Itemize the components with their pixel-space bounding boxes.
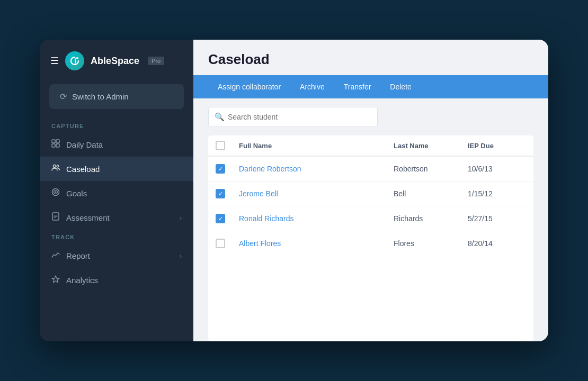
table-row: ✓ Jerome Bell Bell 1/15/12 — [208, 182, 533, 206]
sidebar-item-label: Assessment — [66, 213, 110, 222]
switch-to-admin-button[interactable]: ⟳ Switch to Admin — [49, 84, 184, 109]
analytics-icon — [51, 275, 60, 285]
sidebar-item-analytics[interactable]: Analytics — [40, 268, 193, 292]
table-header: Full Name Last Name IEP Due — [208, 135, 533, 157]
sidebar-item-report[interactable]: Report › — [40, 243, 193, 268]
column-last-name: Last Name — [394, 141, 468, 150]
main-content: Caseload Assign collaborator Archive Tra… — [193, 40, 548, 341]
action-bar: Assign collaborator Archive Transfer Del… — [193, 75, 548, 98]
iep-due-cell: 10/6/13 — [468, 165, 526, 173]
search-input-wrap: 🔍 — [208, 107, 378, 127]
svg-point-6 — [57, 165, 59, 167]
switch-icon: ⟳ — [60, 92, 67, 102]
assign-collaborator-button[interactable]: Assign collaborator — [208, 75, 290, 98]
column-full-name: Full Name — [239, 141, 394, 150]
search-icon: 🔍 — [215, 112, 225, 122]
sidebar-item-goals[interactable]: Goals — [40, 181, 193, 205]
goals-icon — [51, 188, 60, 198]
sidebar-item-label: Analytics — [66, 276, 98, 285]
sidebar: ☰ AbleSpace Pro ⟳ Switch to Admin CAPTUR… — [40, 40, 193, 341]
report-icon — [51, 250, 60, 261]
app-logo — [65, 51, 84, 70]
column-iep-due: IEP Due — [468, 141, 526, 150]
svg-marker-14 — [52, 276, 59, 283]
switch-admin-label: Switch to Admin — [72, 92, 129, 101]
sidebar-item-caseload[interactable]: Caseload — [40, 157, 193, 181]
sidebar-item-label: Goals — [66, 189, 87, 198]
table-row: Albert Flores Flores 8/20/14 — [208, 231, 533, 256]
daily-data-icon — [51, 139, 60, 150]
student-name[interactable]: Jerome Bell — [239, 189, 394, 198]
sidebar-item-daily-data[interactable]: Daily Data — [40, 132, 193, 157]
svg-point-9 — [55, 192, 57, 193]
delete-button[interactable]: Delete — [380, 75, 421, 98]
archive-button[interactable]: Archive — [290, 75, 334, 98]
svg-point-5 — [54, 165, 56, 168]
iep-due-cell: 5/27/15 — [468, 214, 526, 223]
svg-rect-1 — [52, 140, 55, 143]
page-title: Caseload — [208, 51, 533, 68]
pro-badge: Pro — [148, 57, 164, 65]
select-all-checkbox[interactable] — [216, 141, 225, 150]
student-name[interactable]: Albert Flores — [239, 239, 394, 248]
iep-due-cell: 1/15/12 — [468, 189, 526, 198]
students-table: Full Name Last Name IEP Due ✓ Darlene Ro… — [208, 135, 533, 341]
svg-rect-4 — [56, 144, 59, 147]
transfer-button[interactable]: Transfer — [334, 75, 381, 98]
student-name[interactable]: Ronald Richards — [239, 214, 394, 223]
section-label-capture: CAPTURE — [40, 119, 193, 132]
chevron-right-icon: › — [180, 252, 182, 260]
hamburger-icon[interactable]: ☰ — [50, 55, 59, 67]
sidebar-item-label: Caseload — [66, 165, 100, 174]
last-name-cell: Flores — [394, 239, 468, 248]
last-name-cell: Bell — [394, 189, 468, 198]
chevron-right-icon: › — [180, 214, 182, 222]
svg-rect-2 — [56, 140, 59, 143]
row-checkbox[interactable]: ✓ — [216, 214, 225, 223]
caseload-icon — [51, 164, 60, 174]
last-name-cell: Robertson — [394, 165, 468, 173]
page-title-bar: Caseload — [193, 40, 548, 75]
app-name: AbleSpace — [91, 56, 139, 67]
section-label-track: TRACK — [40, 230, 193, 243]
iep-due-cell: 8/20/14 — [468, 239, 526, 248]
sidebar-header: ☰ AbleSpace Pro — [40, 40, 193, 82]
row-checkbox[interactable]: ✓ — [216, 164, 225, 174]
table-row: ✓ Darlene Robertson Robertson 10/6/13 — [208, 157, 533, 182]
student-name[interactable]: Darlene Robertson — [239, 165, 394, 173]
search-bar-row: 🔍 — [193, 98, 548, 135]
sidebar-item-label: Daily Data — [66, 140, 103, 149]
search-input[interactable] — [208, 107, 378, 127]
sidebar-item-label: Report — [66, 251, 90, 260]
app-window: ☰ AbleSpace Pro ⟳ Switch to Admin CAPTUR… — [40, 40, 548, 341]
table-row: ✓ Ronald Richards Richards 5/27/15 — [208, 206, 533, 231]
svg-rect-3 — [52, 144, 55, 147]
row-checkbox[interactable]: ✓ — [216, 189, 225, 198]
row-checkbox[interactable] — [216, 239, 225, 248]
last-name-cell: Richards — [394, 214, 468, 223]
assessment-icon — [51, 212, 60, 223]
svg-point-0 — [76, 57, 78, 59]
sidebar-item-assessment[interactable]: Assessment › — [40, 205, 193, 230]
